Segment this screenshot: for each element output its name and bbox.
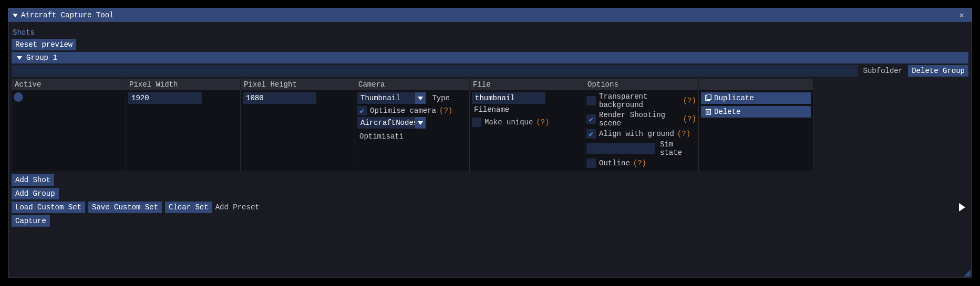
- close-icon[interactable]: ✕: [956, 10, 967, 20]
- add-group-button[interactable]: Add Group: [12, 188, 59, 199]
- col-actions: [699, 79, 813, 90]
- duplicate-label: Duplicate: [714, 94, 754, 102]
- filename-label: Filename: [472, 104, 511, 115]
- make-unique-checkbox[interactable]: [472, 118, 481, 127]
- cell-active: [12, 90, 126, 172]
- group-collapse-icon[interactable]: [17, 56, 22, 60]
- col-active: Active: [12, 79, 126, 90]
- cell-pixel-height: [241, 90, 355, 172]
- group-name: Group 1: [26, 54, 57, 62]
- add-shot-button[interactable]: Add Shot: [12, 174, 54, 186]
- cell-file: Filename Make unique (?): [470, 90, 584, 172]
- pixel-width-input[interactable]: [128, 92, 202, 104]
- transparent-bg-checkbox[interactable]: [586, 96, 596, 105]
- outline-checkbox[interactable]: [586, 158, 596, 168]
- delete-button[interactable]: Delete: [701, 106, 811, 118]
- content-area: Shots Reset preview Group 1 Subfolder De…: [8, 22, 972, 231]
- delete-group-button[interactable]: Delete Group: [908, 65, 968, 77]
- delete-label: Delete: [714, 108, 740, 116]
- camera-type-dropdown[interactable]: Thumbnail: [357, 92, 426, 104]
- col-pixel-height: Pixel Height: [241, 79, 355, 90]
- cell-pixel-width: [126, 90, 241, 172]
- play-icon[interactable]: [959, 203, 965, 211]
- shots-table: Active Pixel Width Pixel Height Camera F…: [12, 79, 968, 172]
- optimise-camera-checkbox[interactable]: ✔: [357, 106, 367, 115]
- clear-set-button[interactable]: Clear Set: [165, 202, 212, 213]
- window-title: Aircraft Capture Tool: [21, 11, 114, 19]
- outline-help[interactable]: (?): [633, 159, 646, 167]
- align-ground-label: Align with ground: [599, 130, 674, 138]
- capture-button[interactable]: Capture: [12, 215, 50, 227]
- trash-icon: [705, 108, 712, 115]
- optimise-camera-label: Optimise camera: [370, 107, 436, 115]
- col-file: File: [470, 79, 584, 90]
- reset-preview-button[interactable]: Reset preview: [12, 39, 76, 50]
- col-camera: Camera: [355, 79, 470, 90]
- add-preset-label: Add Preset: [215, 203, 260, 211]
- save-custom-set-button[interactable]: Save Custom Set: [88, 202, 162, 213]
- make-unique-help[interactable]: (?): [536, 118, 549, 126]
- camera-optim-label: Optimisati: [357, 131, 406, 142]
- svg-rect-3: [706, 109, 711, 110]
- transparent-bg-label: Transparent background: [599, 92, 680, 109]
- chevron-down-icon[interactable]: [415, 117, 426, 129]
- align-ground-help[interactable]: (?): [677, 130, 690, 138]
- subfolder-input[interactable]: [12, 65, 858, 77]
- render-shoot-help[interactable]: (?): [683, 115, 696, 123]
- camera-optim-dropdown[interactable]: AircraftNodes: [357, 117, 426, 129]
- optimise-camera-help[interactable]: (?): [439, 107, 452, 115]
- col-options: Options: [584, 79, 699, 90]
- make-unique-label: Make unique: [484, 118, 533, 126]
- shots-section-label: Shots: [12, 26, 968, 39]
- subfolder-label: Subfolder: [860, 65, 906, 77]
- load-custom-set-button[interactable]: Load Custom Set: [12, 202, 85, 213]
- outline-label: Outline: [599, 159, 630, 167]
- col-pixel-width: Pixel Width: [126, 79, 241, 90]
- cell-options: Transparent background (?) ✔ Render Shoo…: [584, 90, 699, 172]
- cell-actions: Duplicate Delete: [699, 90, 813, 172]
- camera-optim-value: AircraftNodes: [357, 117, 415, 129]
- render-shoot-label: Render Shooting scene: [599, 111, 680, 128]
- sim-state-input[interactable]: [586, 143, 655, 154]
- collapse-icon[interactable]: [13, 14, 18, 17]
- transparent-bg-help[interactable]: (?): [683, 97, 696, 105]
- copy-icon: [705, 94, 712, 102]
- sim-state-label: Sim state: [660, 140, 696, 157]
- camera-type-label: Type: [430, 92, 452, 104]
- render-shoot-checkbox[interactable]: ✔: [586, 114, 596, 124]
- tool-window: Aircraft Capture Tool ✕ Shots Reset prev…: [8, 8, 972, 278]
- titlebar: Aircraft Capture Tool ✕: [8, 8, 972, 22]
- pixel-height-input[interactable]: [243, 92, 316, 104]
- group-header[interactable]: Group 1: [12, 52, 968, 63]
- active-toggle[interactable]: [14, 92, 23, 102]
- camera-type-value: Thumbnail: [357, 92, 415, 104]
- align-ground-checkbox[interactable]: ✔: [586, 129, 596, 139]
- group-subrow: Subfolder Delete Group: [12, 65, 968, 77]
- filename-input[interactable]: [472, 92, 545, 104]
- chevron-down-icon[interactable]: [415, 92, 426, 104]
- cell-camera: Thumbnail Type ✔ Optimise camera (?) Air…: [355, 90, 470, 172]
- svg-rect-1: [707, 94, 711, 100]
- resize-grip[interactable]: [963, 269, 971, 277]
- duplicate-button[interactable]: Duplicate: [701, 92, 811, 104]
